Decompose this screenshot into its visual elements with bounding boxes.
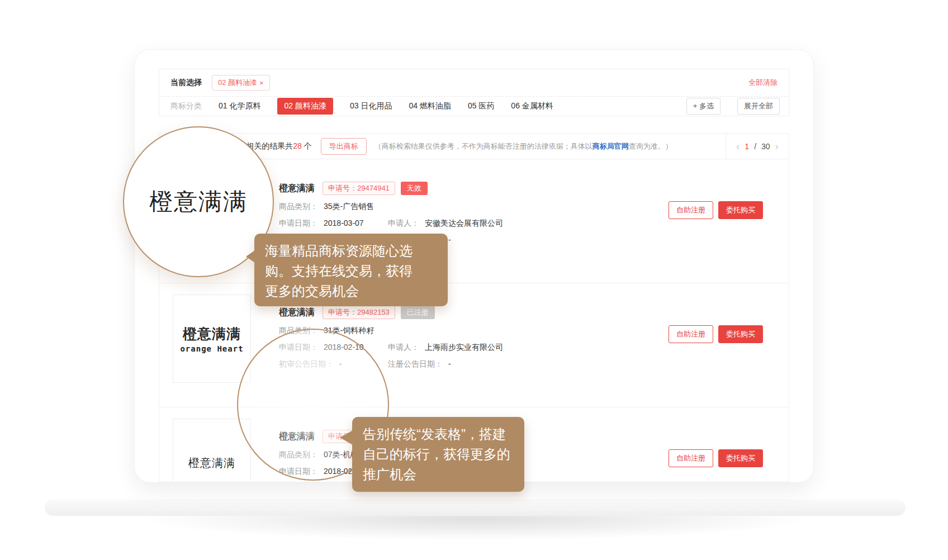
apply-date-label: 申请日期： bbox=[279, 218, 318, 229]
magnified-trademark-text: 橙意满满 bbox=[149, 186, 248, 217]
status-badge: 无效 bbox=[401, 182, 428, 195]
trademark-office-link[interactable]: 商标局官网 bbox=[592, 142, 629, 150]
total-pages: 30 bbox=[761, 142, 770, 151]
entrust-buy-button[interactable]: 委托购买 bbox=[718, 325, 763, 343]
trademark-name[interactable]: 橙意满满 bbox=[279, 183, 315, 194]
applicant-label: 申请人： bbox=[388, 342, 419, 353]
self-register-button[interactable]: 自助注册 bbox=[669, 325, 713, 343]
callout-tooltip-marketplace: 海量精品商标资源随心选 购。支持在线交易，获得 更多的交易机会 bbox=[254, 234, 448, 306]
next-page-icon[interactable]: › bbox=[775, 141, 779, 151]
current-selection-row: 当前选择 02 颜料油漆 × 全部清除 bbox=[159, 69, 789, 97]
reg-publish-value: - bbox=[448, 235, 451, 245]
filter-panel: 当前选择 02 颜料油漆 × 全部清除 商标分类 01 化学原料 02 颜料油漆… bbox=[159, 69, 789, 116]
reg-publish-value: - bbox=[448, 359, 451, 369]
category-field-value: 35类-广告销售 bbox=[324, 201, 374, 212]
trademark-name[interactable]: 橙意满满 bbox=[279, 307, 315, 319]
application-number-badge: 申请号：29474941 bbox=[323, 182, 395, 195]
results-count: 28 bbox=[293, 141, 302, 150]
prev-page-icon[interactable]: ‹ bbox=[736, 141, 740, 151]
pagination: ‹ 1 / 30 › bbox=[726, 134, 789, 159]
category-tabs-row: 商标分类 01 化学原料 02 颜料油漆 03 日化用品 04 燃料油脂 05 … bbox=[159, 97, 789, 116]
reg-publish-label: 注册公告日期： bbox=[388, 359, 443, 369]
applicant-value: 安徽美达会展有限公司 bbox=[425, 218, 503, 229]
trademark-image[interactable]: 橙意满满 bbox=[173, 419, 251, 482]
tab-category-01[interactable]: 01 化学原料 bbox=[219, 101, 260, 111]
entrust-buy-button[interactable]: 委托购买 bbox=[718, 201, 763, 219]
selected-filter-tag-label: 02 颜料油漆 bbox=[218, 78, 257, 88]
tab-category-06[interactable]: 06 金属材料 bbox=[511, 101, 553, 111]
device-base bbox=[45, 499, 906, 516]
page: 当前选择 02 颜料油漆 × 全部清除 商标分类 01 化学原料 02 颜料油漆… bbox=[0, 0, 948, 560]
apply-date-value: 2018-03-07 bbox=[324, 218, 364, 229]
category-field-label: 商品类别： bbox=[279, 201, 318, 212]
self-register-button[interactable]: 自助注册 bbox=[669, 201, 713, 219]
status-badge: 已注册 bbox=[401, 306, 435, 319]
results-disclaimer: （商标检索结果仅供参考，不作为商标能否注册的法律依据；具体以商标局官网查询为准。… bbox=[375, 141, 672, 151]
entrust-buy-button[interactable]: 委托购买 bbox=[718, 449, 763, 467]
callout-tooltip-promotion: 告别传统“发表格”，搭建 自己的标行，获得更多的 推广机会 bbox=[352, 417, 524, 492]
self-register-button[interactable]: 自助注册 bbox=[669, 449, 713, 467]
tab-category-04[interactable]: 04 燃料油脂 bbox=[409, 101, 451, 111]
clear-all-link[interactable]: 全部清除 bbox=[748, 78, 778, 88]
multi-select-button[interactable]: + 多选 bbox=[686, 98, 721, 115]
applicant-value: 上海雨步实业有限公司 bbox=[425, 342, 503, 353]
tab-category-05[interactable]: 05 医药 bbox=[468, 101, 494, 111]
export-trademarks-button[interactable]: 导出商标 bbox=[321, 138, 367, 155]
current-selection-label: 当前选择 bbox=[170, 78, 202, 88]
current-page: 1 bbox=[745, 142, 749, 151]
tab-category-02-selected[interactable]: 02 颜料油漆 bbox=[277, 98, 333, 115]
expand-all-button[interactable]: 展开全部 bbox=[737, 98, 780, 115]
application-number-badge: 申请号：29482153 bbox=[323, 306, 395, 319]
trademark-image[interactable]: 橙意满满 orange Heart bbox=[173, 295, 251, 383]
category-label: 商标分类 bbox=[170, 101, 202, 111]
trademark-image-subtitle: orange Heart bbox=[180, 344, 243, 353]
applicant-label: 申请人： bbox=[388, 218, 419, 229]
remove-tag-icon[interactable]: × bbox=[259, 79, 264, 87]
selected-filter-tag[interactable]: 02 颜料油漆 × bbox=[212, 75, 270, 91]
tooltip-arrow-icon bbox=[246, 250, 255, 263]
page-separator: / bbox=[754, 142, 756, 151]
tab-category-03[interactable]: 03 日化用品 bbox=[350, 101, 392, 111]
tooltip-arrow-icon bbox=[340, 430, 353, 445]
